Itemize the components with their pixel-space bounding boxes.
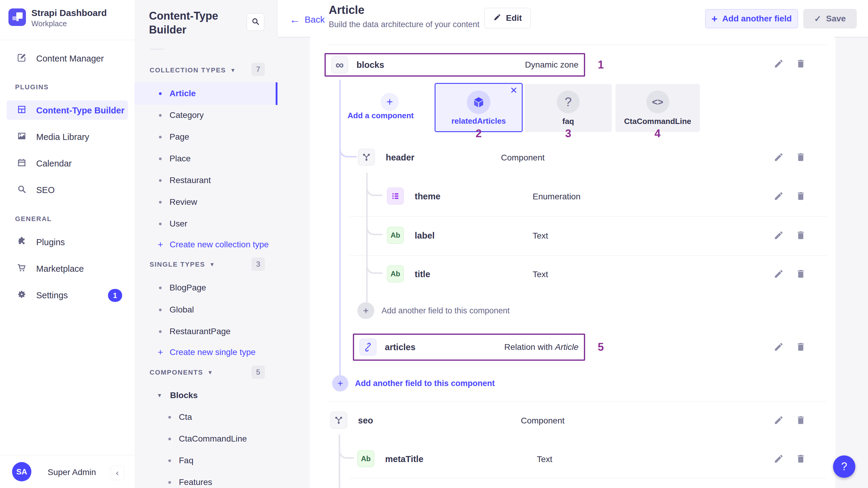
- create-single-type-link[interactable]: +Create new single type: [158, 347, 255, 357]
- delete-field-button[interactable]: [795, 151, 807, 163]
- help-button[interactable]: ?: [833, 455, 855, 478]
- collection-types-header[interactable]: COLLECTION TYPES ▼: [150, 66, 236, 74]
- add-component-button[interactable]: +: [381, 93, 399, 111]
- edit-field-button[interactable]: [773, 190, 785, 202]
- question-icon: ?: [841, 460, 847, 473]
- divider: [350, 255, 826, 256]
- text-field-icon: Ab: [387, 266, 404, 282]
- calendar-icon: [17, 158, 27, 170]
- bullet-icon: [168, 416, 171, 419]
- dynamic-zone-icon: ∞: [331, 56, 348, 73]
- delete-field-button[interactable]: [795, 453, 807, 465]
- sidebar-item-content-manager[interactable]: Content Manager: [17, 53, 104, 64]
- components-group-blocks[interactable]: ▼Blocks: [157, 391, 198, 400]
- delete-field-button[interactable]: [795, 58, 807, 70]
- add-another-field-button[interactable]: + Add another field: [705, 9, 798, 28]
- chevron-down-icon: ▼: [209, 262, 215, 268]
- relation-icon: [360, 339, 376, 356]
- component-icon: [330, 412, 347, 429]
- sidebar-item-settings[interactable]: Settings: [17, 290, 68, 301]
- edit-field-button[interactable]: [773, 453, 785, 465]
- divider: [150, 49, 164, 50]
- pen-square-icon: [17, 53, 27, 65]
- collection-item-review[interactable]: Review: [159, 197, 197, 207]
- sidebar-item-plugins[interactable]: Plugins: [17, 237, 65, 248]
- edit-field-button[interactable]: [773, 341, 785, 353]
- search-icon: [17, 184, 27, 196]
- field-name: articles: [385, 342, 415, 352]
- close-icon[interactable]: ✕: [510, 85, 518, 96]
- builder-sidebar: Content-Type Builder COLLECTION TYPES ▼ …: [134, 0, 277, 488]
- sidebar-item-content-type-builder[interactable]: Content-Type Builder: [17, 105, 125, 116]
- component-tree-line: [339, 434, 340, 488]
- edit-button[interactable]: Edit: [484, 8, 531, 28]
- bullet-icon: [168, 459, 171, 462]
- annotation-3: 3: [558, 127, 579, 140]
- add-field-to-component-button[interactable]: +: [358, 302, 374, 319]
- single-item-global[interactable]: Global: [159, 305, 194, 314]
- sidebar-item-marketplace[interactable]: Marketplace: [17, 263, 84, 274]
- field-row-blocks[interactable]: ∞ blocks Dynamic zone: [324, 53, 585, 77]
- collection-item-user[interactable]: User: [159, 219, 187, 228]
- single-item-blogpage[interactable]: BlogPage: [159, 283, 206, 293]
- edit-field-button[interactable]: [773, 229, 785, 241]
- cube-icon: [467, 90, 490, 114]
- field-type: Dynamic zone: [525, 60, 579, 70]
- delete-field-button[interactable]: [795, 229, 807, 241]
- save-button[interactable]: ✓ Save: [803, 9, 857, 28]
- component-item-cta[interactable]: Cta: [168, 412, 192, 422]
- component-card-label: faq: [525, 117, 611, 126]
- field-name: title: [415, 269, 430, 279]
- annotation-2: 2: [468, 127, 489, 140]
- single-types-count: 3: [251, 257, 265, 271]
- field-row-articles[interactable]: articles Relation with Article: [353, 334, 585, 361]
- bullet-icon: [159, 309, 162, 311]
- search-button[interactable]: [247, 13, 264, 31]
- add-field-to-component-button[interactable]: +: [332, 375, 348, 392]
- create-collection-type-link[interactable]: +Create new collection type: [158, 240, 269, 250]
- edit-field-button[interactable]: [773, 58, 785, 70]
- component-item-features[interactable]: Features: [168, 478, 212, 487]
- delete-field-button[interactable]: [795, 268, 807, 280]
- components-header[interactable]: COMPONENTS ▼: [150, 369, 214, 376]
- component-card-relatedarticles[interactable]: ✕ relatedArticles: [435, 83, 523, 132]
- edit-field-button[interactable]: [773, 414, 785, 426]
- component-item-ctacommandline[interactable]: CtaCommandLine: [168, 434, 247, 444]
- component-item-faq[interactable]: Faq: [168, 456, 193, 465]
- annotation-1: 1: [590, 59, 611, 71]
- check-icon: ✓: [814, 14, 821, 24]
- collection-item-article[interactable]: Article: [159, 89, 196, 98]
- sidebar-item-media-library[interactable]: Media Library: [17, 131, 89, 142]
- collection-item-article-bg[interactable]: [134, 82, 276, 105]
- collection-item-place[interactable]: Place: [159, 154, 191, 163]
- single-item-restaurantpage[interactable]: RestaurantPage: [159, 327, 230, 336]
- avatar[interactable]: SA: [12, 462, 31, 481]
- single-types-header[interactable]: SINGLE TYPES ▼: [150, 261, 215, 268]
- image-icon: [17, 131, 27, 143]
- edit-field-button[interactable]: [773, 151, 785, 163]
- component-icon: [358, 149, 375, 165]
- component-card-ctacommandline[interactable]: <> CtaCommandLine: [616, 84, 700, 132]
- sidebar-item-seo[interactable]: SEO: [17, 185, 55, 195]
- divider: [350, 478, 826, 478]
- delete-field-button[interactable]: [795, 414, 807, 426]
- add-field-to-component-label[interactable]: Add another field to this component: [355, 379, 495, 388]
- collapse-sidebar-button[interactable]: ‹: [111, 466, 124, 480]
- delete-field-button[interactable]: [795, 341, 807, 353]
- sidebar-item-calendar[interactable]: Calendar: [17, 158, 72, 169]
- collection-item-page[interactable]: Page: [159, 132, 189, 142]
- delete-field-button[interactable]: [795, 190, 807, 202]
- add-component-label[interactable]: Add a component: [344, 111, 417, 120]
- back-link[interactable]: ← Back: [289, 13, 325, 26]
- field-type: Text: [533, 270, 548, 279]
- plus-icon: +: [386, 96, 393, 108]
- code-icon: <>: [646, 90, 669, 113]
- component-card-faq[interactable]: ? faq: [525, 84, 612, 132]
- add-field-to-component-label[interactable]: Add another field to this component: [381, 306, 510, 315]
- collection-item-restaurant[interactable]: Restaurant: [159, 176, 211, 185]
- edit-field-button[interactable]: [773, 268, 785, 280]
- divider: [0, 40, 134, 40]
- collection-item-category[interactable]: Category: [159, 111, 204, 120]
- chevron-down-icon: ▼: [157, 392, 162, 399]
- section-plugins: PLUGINS: [15, 83, 49, 91]
